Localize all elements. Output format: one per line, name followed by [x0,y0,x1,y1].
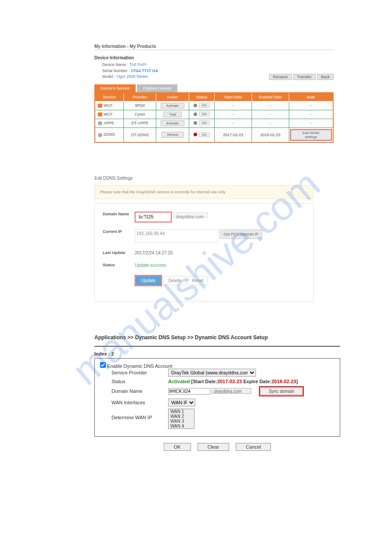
rename-button[interactable]: Rename [269,74,292,80]
list-item[interactable]: WAN 1 [169,409,194,414]
tab-device-service[interactable]: Device's Service [94,84,136,92]
wan-interfaces-label: WAN Interfaces [100,400,168,405]
th-service: Service [95,93,124,102]
model-value[interactable]: Vigor 2925 Series [116,74,147,79]
sync-domain-button[interactable]: Sync domain [260,388,302,395]
toggle[interactable]: On [199,103,210,108]
th-start: Start Date [215,93,252,102]
back-button[interactable]: Back [317,74,334,80]
current-ip-label: Current IP [103,229,133,234]
note-bar: Please note that the DrayDDNS serivce is… [94,185,314,199]
page-title: My Information - My Products [94,44,334,50]
toggle[interactable]: On [199,120,210,125]
divider [94,346,340,347]
table-row: APPE DT-APPE Activate On - - - [95,119,333,127]
breadcrumb: Applications >> Dynamic DNS Setup >> Dyn… [94,334,340,341]
ddns-panel: Domain Name drayddns.com Current IP 192.… [94,203,314,301]
table-row: WCF Cyren Trial On - - - [95,110,333,119]
activate-button[interactable]: Activate [161,120,184,126]
service-name: APPE [104,121,114,125]
toggle[interactable]: On [199,112,210,116]
th-expired: Expired Date [252,93,289,102]
transfer-button[interactable]: Transfer [293,74,316,80]
domain-suffix: .drayddns.com [212,388,251,394]
table-row: WCF BPjM Activate On - - - [95,101,333,110]
domain-suffix: drayddns.com [173,212,208,218]
service-icon [98,121,102,125]
th-provider: Provider [124,93,156,102]
wan-list[interactable]: WAN 1 WAN 2 WAN 3 WAN 4 [168,409,194,429]
status-label: Status [103,263,133,267]
ddns-account-panel: Enable Dynamic DNS Account Service Provi… [94,358,340,437]
service-icon [98,133,102,137]
model-label: Model : [102,74,115,79]
edit-ddns-button[interactable]: Edit DDNS settings [291,130,331,140]
exp-date: - [252,101,289,110]
note: - [289,101,333,110]
clear-button[interactable]: Clear [198,443,229,451]
th-status: Status [189,93,214,102]
toggle[interactable]: On [199,132,210,137]
list-item[interactable]: WAN 2 [169,414,194,419]
list-item[interactable]: WAN 3 [169,419,194,424]
device-info-title: Device Information [94,55,334,60]
device-name-label: Device Name : [102,62,128,67]
last-update-value: 2017/2/24 14:27:20 [135,250,173,255]
exp-date: - [252,110,289,119]
enable-ddns-checkbox[interactable] [100,362,106,368]
status-value: Update success [135,263,166,268]
exp-date: 2018-02-23 [252,127,289,142]
update-button[interactable]: Update [136,276,161,285]
toggle-dot-icon [194,104,197,107]
service-name: WCF [104,112,113,116]
service-icon [98,104,102,108]
determine-wan-ip-label: Determine WAN IP [100,409,168,420]
current-ip-input[interactable]: 192.168.39.44 [135,229,218,243]
start-date: - [215,101,252,110]
service-name: DDNS [104,132,115,137]
device-name-value[interactable]: TAE PAPI [129,62,146,67]
list-item[interactable]: WAN 4 [169,424,194,428]
toggle-dot-icon [194,121,197,125]
edit-ddns-title: Edit DDNS Settings [94,176,314,181]
service-provider-select[interactable]: DrayTek Global (www.drayddns.com) [168,369,256,377]
start-date: 2017-02-23 [215,127,252,142]
delete-button[interactable]: Delete [163,276,186,285]
last-update-label: Last Update [103,250,133,255]
service-name: WCF [104,103,113,108]
service-table: Service Provider Action Status Start Dat… [94,92,334,143]
provider: Cyren [124,110,156,119]
service-icon [98,112,102,116]
domain-name-label: Domain Name [100,388,168,394]
get-pc-ip-button[interactable]: Get PC's Internet IP [219,229,263,239]
domain-name-input[interactable] [168,388,210,395]
provider: BPjM [124,101,156,110]
exp-date: - [252,119,289,127]
status-value: Activated [Start Date:2017-02-23 Expire … [168,379,298,384]
table-row: DDNS DT-DDNS Renew On 2017-02-23 2018-02… [95,127,333,142]
index-label: Index : 2 [94,351,340,356]
cancel-button[interactable]: Cancel [236,443,271,451]
provider: DT-APPE [124,119,156,127]
tab-expired-license[interactable]: Expired License [137,84,177,92]
enable-ddns-label: Enable Dynamic DNS Account [107,363,173,369]
ok-button[interactable]: OK [164,443,191,451]
trial-button[interactable]: Trial [163,112,181,117]
reset-button[interactable]: Reset [187,276,208,285]
note: - [289,110,333,119]
serial-label: Serial Number : [102,69,130,73]
domain-name-label: Domain Name [103,212,133,216]
th-note: Note [289,93,333,102]
renew-button[interactable]: Renew [162,132,184,138]
serial-value[interactable]: 1TG4 TT1T I14 [131,69,158,73]
service-provider-label: Service Provider [100,370,168,375]
toggle-dot-icon [194,133,197,136]
activate-button[interactable]: Activate [161,103,184,109]
wan-interfaces-select[interactable]: WAN IP [168,399,195,406]
th-action: Action [156,93,189,102]
domain-name-input[interactable] [136,213,171,221]
toggle-dot-icon [194,112,197,116]
start-date: - [215,119,252,127]
status-label: Status [100,379,168,384]
start-date: - [215,110,252,119]
